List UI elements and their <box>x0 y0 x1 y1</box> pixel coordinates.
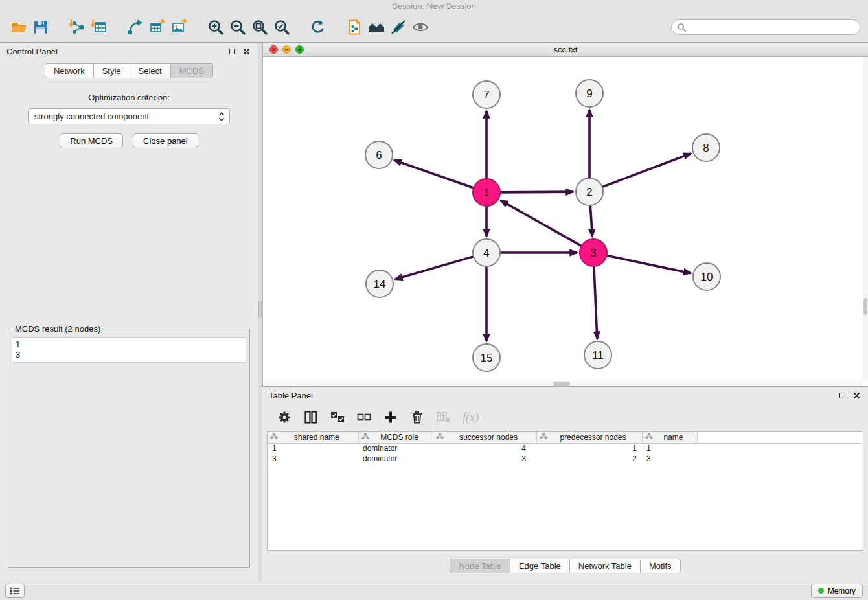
delete-table-icon[interactable] <box>436 410 451 425</box>
trash-icon[interactable] <box>409 410 425 425</box>
zoom-fit-icon[interactable] <box>249 16 271 39</box>
tab-network-table[interactable]: Network Table <box>569 559 640 573</box>
table-cell[interactable]: dominator <box>358 443 433 454</box>
refresh-icon[interactable] <box>307 16 329 39</box>
table-cell[interactable]: 1 <box>642 443 697 454</box>
column-header-MCDS-role[interactable]: MCDS role <box>358 432 433 443</box>
tab-node-table[interactable]: Node Table <box>450 559 510 573</box>
import-network-icon[interactable] <box>66 16 88 39</box>
workspace: scc.txt 7968124314101511 Table Panel <box>262 43 868 581</box>
edge-3-11[interactable] <box>594 266 597 339</box>
gear-icon[interactable] <box>277 410 292 425</box>
zoom-in-icon[interactable] <box>205 16 227 39</box>
show-hide-eye-icon[interactable] <box>409 16 431 39</box>
vscroll-handle[interactable] <box>863 298 867 315</box>
run-mcds-button[interactable]: Run MCDS <box>60 133 123 148</box>
tab-select[interactable]: Select <box>130 63 170 78</box>
edge-3-1[interactable] <box>501 200 582 246</box>
edge-2-8[interactable] <box>602 154 691 187</box>
function-builder-icon[interactable]: f(x) <box>463 411 479 424</box>
node-6[interactable]: 6 <box>365 141 393 168</box>
node-10[interactable]: 10 <box>693 263 720 290</box>
criterion-select[interactable]: strongly connected component <box>28 108 230 124</box>
zoom-out-icon[interactable] <box>227 16 249 39</box>
table-row[interactable]: 1dominator411 <box>268 443 862 454</box>
maximize-window-icon[interactable] <box>295 45 304 54</box>
edge-1-2[interactable] <box>500 192 573 192</box>
network-graph[interactable]: 7968124314101511 <box>263 57 863 381</box>
node-table-container: shared nameMCDS rolesuccessor nodesprede… <box>267 431 863 551</box>
edge-2-3[interactable] <box>590 205 592 237</box>
table-cell[interactable]: 3 <box>268 454 358 464</box>
import-table-icon[interactable] <box>88 16 110 39</box>
window-title: Session: New Session <box>392 1 475 11</box>
open-session-icon[interactable] <box>8 16 30 39</box>
tab-motifs[interactable]: Motifs <box>640 559 681 573</box>
column-header-shared-name[interactable]: shared name <box>268 432 358 443</box>
column-header-predecessor-nodes[interactable]: predecessor nodes <box>536 432 642 443</box>
apply-style-icon[interactable] <box>387 16 409 39</box>
node-7[interactable]: 7 <box>473 81 500 108</box>
export-image-icon[interactable] <box>168 16 190 39</box>
column-header-name[interactable]: name <box>642 432 697 443</box>
table-cell[interactable]: 1 <box>536 443 642 454</box>
float-table-panel-icon[interactable] <box>837 390 847 400</box>
table-cell[interactable]: 3 <box>433 454 536 464</box>
canvas-hscrollbar[interactable] <box>263 381 863 386</box>
node-2[interactable]: 2 <box>576 178 603 205</box>
minimize-window-icon[interactable] <box>282 45 291 54</box>
mcds-result-list[interactable]: 13 <box>12 337 246 363</box>
node-8[interactable]: 8 <box>692 134 720 161</box>
table-toolbar: f(x) <box>262 404 868 431</box>
splitter-grip-icon[interactable] <box>258 301 262 317</box>
task-history-button[interactable] <box>5 584 25 598</box>
tab-style[interactable]: Style <box>93 63 130 78</box>
main-toolbar <box>0 12 868 43</box>
float-panel-icon[interactable] <box>227 46 237 56</box>
columns-icon[interactable] <box>303 410 319 425</box>
tab-network[interactable]: Network <box>45 63 93 78</box>
layout-home-icon[interactable] <box>365 16 387 39</box>
tab-mcds[interactable]: MCDS <box>170 63 213 78</box>
memory-button[interactable]: Memory <box>811 584 863 598</box>
table-row[interactable]: 3dominator323 <box>268 454 862 464</box>
node-15[interactable]: 15 <box>473 344 500 371</box>
node-11[interactable]: 11 <box>584 341 611 369</box>
table-cell[interactable]: 1 <box>268 443 358 454</box>
close-table-panel-icon[interactable] <box>851 390 862 400</box>
select-all-icon[interactable] <box>330 410 345 425</box>
network-document-icon[interactable] <box>343 16 365 39</box>
column-header-successor-nodes[interactable]: successor nodes <box>433 432 536 443</box>
hscroll-handle[interactable] <box>553 382 570 386</box>
zoom-selected-icon[interactable] <box>271 16 293 39</box>
network-canvas[interactable]: 7968124314101511 <box>263 57 868 386</box>
close-panel-button[interactable]: Close panel <box>133 133 198 148</box>
edge-1-6[interactable] <box>394 160 474 188</box>
node-9[interactable]: 9 <box>576 80 603 107</box>
table-cell[interactable]: dominator <box>358 454 433 464</box>
table-cell[interactable]: 3 <box>642 454 697 464</box>
search-input[interactable] <box>689 22 854 32</box>
node-3[interactable]: 3 <box>580 239 607 266</box>
search-box[interactable] <box>671 19 860 35</box>
deselect-all-icon[interactable] <box>356 410 372 425</box>
table-cell[interactable]: 4 <box>433 443 536 454</box>
tab-edge-table[interactable]: Edge Table <box>510 559 569 573</box>
close-window-icon[interactable] <box>269 45 278 54</box>
table-cell[interactable]: 2 <box>536 454 642 464</box>
node-4[interactable]: 4 <box>473 239 500 266</box>
panel-splitter[interactable] <box>258 43 262 581</box>
close-panel-icon[interactable] <box>241 46 251 56</box>
network-window: scc.txt 7968124314101511 <box>262 43 868 386</box>
add-icon[interactable] <box>383 410 398 425</box>
save-session-icon[interactable] <box>30 16 52 39</box>
node-1[interactable]: 1 <box>473 179 500 206</box>
edge-3-10[interactable] <box>607 255 691 273</box>
main-area: Control Panel NetworkStyleSelectMCDS Opt… <box>0 43 868 581</box>
column-header-filler <box>697 432 862 443</box>
node-14[interactable]: 14 <box>366 270 393 297</box>
canvas-vscrollbar[interactable] <box>863 57 868 381</box>
edge-4-14[interactable] <box>395 257 474 279</box>
export-network-icon[interactable] <box>124 16 146 39</box>
export-table-icon[interactable] <box>146 16 168 39</box>
